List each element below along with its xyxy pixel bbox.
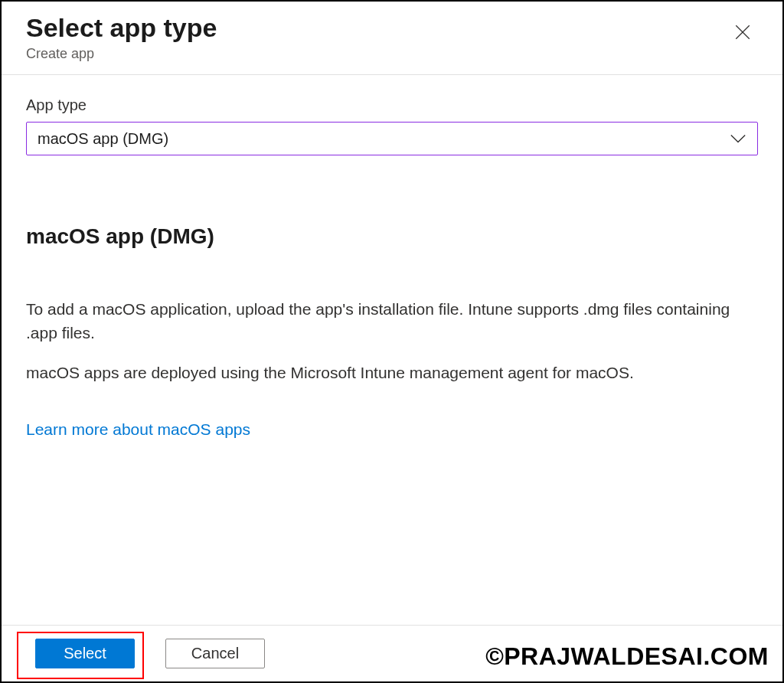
panel-footer: Select Cancel ©PRAJWALDESAI.COM — [2, 625, 782, 681]
select-app-type-panel: Select app type Create app App type macO… — [2, 2, 782, 681]
app-description-1: To add a macOS application, upload the a… — [26, 298, 758, 345]
chevron-down-icon — [730, 130, 746, 148]
panel-content: App type macOS app (DMG) macOS app (DMG)… — [2, 75, 782, 625]
app-details-heading: macOS app (DMG) — [26, 224, 758, 249]
close-button[interactable] — [727, 17, 758, 50]
watermark-text: ©PRAJWALDESAI.COM — [485, 642, 769, 671]
select-button[interactable]: Select — [35, 639, 135, 668]
app-type-label: App type — [26, 96, 758, 114]
panel-header: Select app type Create app — [2, 2, 782, 75]
header-text-group: Select app type Create app — [26, 11, 217, 62]
app-description-2: macOS apps are deployed using the Micros… — [26, 361, 758, 384]
learn-more-link[interactable]: Learn more about macOS apps — [26, 420, 250, 439]
app-type-selected-value: macOS app (DMG) — [38, 130, 168, 148]
app-type-dropdown[interactable]: macOS app (DMG) — [26, 122, 758, 155]
close-icon — [735, 31, 750, 42]
panel-title: Select app type — [26, 11, 217, 44]
panel-subtitle: Create app — [26, 46, 217, 62]
cancel-button[interactable]: Cancel — [165, 639, 265, 668]
